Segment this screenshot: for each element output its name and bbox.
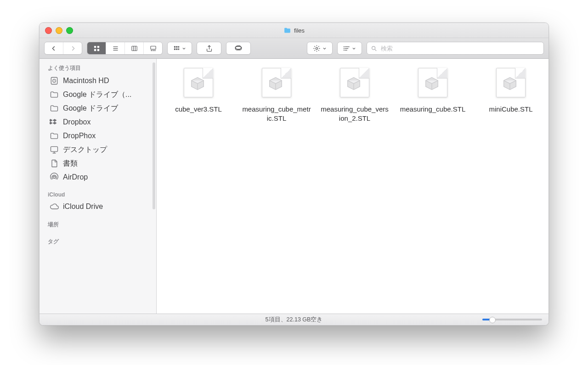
file-item[interactable]: miniCube.STL: [476, 65, 545, 123]
chevron-down-icon: [352, 46, 356, 51]
svg-point-20: [372, 46, 375, 50]
file-label: measuring_cube_version_2.STL: [320, 105, 389, 123]
group-by-button[interactable]: [167, 42, 192, 55]
folder-icon: [50, 131, 59, 140]
file-item[interactable]: measuring_cube_version_2.STL: [320, 65, 389, 123]
file-item[interactable]: cube_ver3.STL: [164, 65, 233, 123]
search-field[interactable]: [367, 42, 544, 55]
svg-rect-5: [150, 46, 155, 49]
gear-icon: [313, 45, 321, 52]
svg-point-18: [344, 48, 345, 49]
svg-rect-4: [131, 46, 136, 51]
svg-point-17: [344, 46, 345, 47]
sidebar-item[interactable]: Macintosh HD: [40, 74, 156, 88]
svg-rect-14: [178, 48, 180, 50]
grid-icon: [93, 45, 100, 52]
search-input[interactable]: [380, 45, 540, 52]
sidebar-group-title: よく使う項目: [40, 63, 156, 74]
svg-rect-6: [151, 50, 152, 51]
sidebar-group: よく使う項目Macintosh HDGoogle ドライブ（...Google …: [40, 59, 156, 186]
file-grid: cube_ver3.STLmeasuring_cube_metric.STLme…: [159, 65, 546, 123]
sidebar-group: 場所: [40, 215, 156, 232]
search-icon: [371, 45, 377, 52]
grid-small-icon: [173, 45, 180, 52]
sidebar-item[interactable]: 書類: [40, 157, 156, 170]
sidebar-item-label: Dropbox: [63, 118, 90, 126]
sidebar-item-label: Google ドライブ: [63, 104, 118, 112]
share-icon: [205, 45, 213, 52]
svg-rect-11: [178, 46, 180, 47]
svg-rect-10: [176, 46, 177, 47]
svg-point-19: [344, 50, 345, 51]
titlebar: files: [40, 23, 548, 38]
sidebar-group-title: タグ: [40, 237, 156, 247]
status-text: 5項目、22.13 GB空き: [266, 316, 323, 324]
airdrop-icon: [50, 173, 59, 182]
gallery-view-button[interactable]: [144, 42, 162, 54]
file-label: measuring_cube_metric.STL: [242, 105, 311, 123]
forward-button[interactable]: [63, 42, 82, 54]
sidebar-item[interactable]: デスクトップ: [40, 143, 156, 157]
sidebar-item[interactable]: Dropbox: [40, 115, 156, 129]
svg-rect-3: [97, 49, 99, 51]
file-icon: [337, 65, 372, 100]
sidebar-item-label: Macintosh HD: [63, 76, 109, 85]
file-item[interactable]: measuring_cube_metric.STL: [242, 65, 311, 123]
sidebar-item-label: デスクトップ: [63, 145, 107, 154]
minimize-window-button[interactable]: [56, 27, 62, 34]
svg-rect-7: [153, 50, 154, 51]
sort-button[interactable]: [337, 42, 362, 55]
svg-rect-2: [94, 49, 96, 51]
file-label: cube_ver3.STL: [175, 105, 222, 123]
status-bar: 5項目、22.13 GB空き: [40, 314, 548, 325]
svg-rect-13: [176, 48, 177, 50]
cloud-icon: [50, 202, 59, 211]
sidebar-group-title: 場所: [40, 220, 156, 230]
tag-button[interactable]: [226, 42, 251, 55]
sidebar-item[interactable]: DropPhox: [40, 129, 156, 143]
list-view-button[interactable]: [106, 42, 125, 54]
zoom-window-button[interactable]: [66, 27, 73, 34]
hdd-icon: [50, 76, 59, 85]
sidebar-scrollbar[interactable]: [153, 62, 155, 209]
sidebar: よく使う項目Macintosh HDGoogle ドライブ（...Google …: [40, 59, 157, 314]
chevron-down-icon: [322, 46, 327, 51]
file-icon: [493, 65, 528, 100]
sidebar-item[interactable]: Google ドライブ（...: [40, 88, 156, 101]
columns-icon: [131, 45, 138, 52]
sidebar-group-title: iCloud: [40, 191, 156, 200]
list-icon: [112, 45, 119, 52]
icon-size-slider[interactable]: [482, 317, 542, 322]
svg-rect-8: [154, 50, 156, 51]
file-icon: [181, 65, 216, 100]
file-icon: [259, 65, 294, 100]
close-window-button[interactable]: [45, 27, 52, 34]
folder-icon: [50, 104, 59, 113]
file-item[interactable]: measuring_cube.STL: [398, 65, 467, 123]
folder-icon: [283, 27, 291, 34]
sidebar-item[interactable]: AirDrop: [40, 170, 156, 184]
file-icon: [415, 65, 450, 100]
finder-window: files: [39, 22, 549, 326]
chevron-left-icon: [51, 45, 57, 52]
window-title: files: [40, 27, 548, 34]
content-area[interactable]: cube_ver3.STLmeasuring_cube_metric.STLme…: [157, 59, 548, 314]
file-label: measuring_cube.STL: [400, 105, 466, 123]
sidebar-group: iCloudiCloud Drive: [40, 186, 156, 215]
sidebar-item[interactable]: Google ドライブ: [40, 101, 156, 115]
back-button[interactable]: [45, 42, 63, 54]
view-buttons: [87, 42, 163, 55]
sidebar-item[interactable]: iCloud Drive: [40, 200, 156, 213]
icon-view-button[interactable]: [87, 42, 106, 54]
sort-icon: [343, 45, 350, 52]
column-view-button[interactable]: [125, 42, 144, 54]
sidebar-group: タグ: [40, 232, 156, 249]
chevron-right-icon: [69, 45, 76, 52]
nav-buttons: [44, 42, 82, 55]
window-controls: [45, 27, 73, 34]
dropbox-icon: [50, 118, 59, 127]
action-button[interactable]: [307, 42, 333, 55]
sidebar-item-label: DropPhox: [63, 131, 96, 140]
share-button[interactable]: [197, 42, 221, 55]
sidebar-item-label: iCloud Drive: [63, 202, 103, 211]
